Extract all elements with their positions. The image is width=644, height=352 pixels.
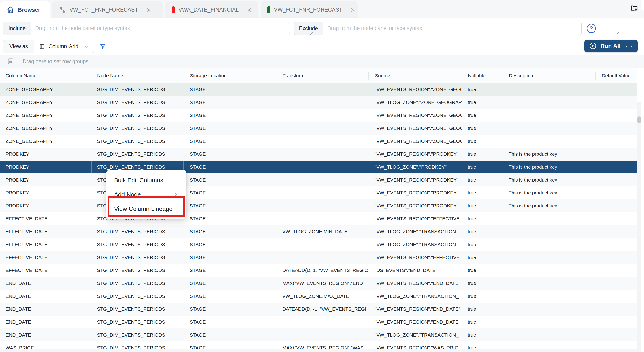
cell-nullable[interactable]: true <box>462 109 503 122</box>
table-row[interactable]: END_DATE STG_DIM_EVENTS_PERIODS STAGE DA… <box>0 303 636 316</box>
cell-transform[interactable] <box>276 148 368 161</box>
table-row[interactable]: EFFECTIVE_DATE STG_DIM_EVENTS_PERIODS ST… <box>0 238 636 251</box>
cell-node-name[interactable]: STG_DIM_EVENTS_PERIODS <box>91 316 184 329</box>
cell-nullable[interactable]: true <box>462 238 503 251</box>
table-row[interactable]: END_DATE STG_DIM_EVENTS_PERIODS STAGE VW… <box>0 290 636 303</box>
column-header-description[interactable]: Description <box>503 71 596 80</box>
cell-column-name[interactable]: EFFECTIVE_DATE <box>0 264 91 277</box>
cell-transform[interactable] <box>276 251 368 264</box>
cell-storage-location[interactable]: STAGE <box>184 199 276 212</box>
more-options-icon[interactable]: ··· <box>624 42 633 50</box>
cell-storage-location[interactable]: STAGE <box>184 109 276 122</box>
cell-nullable[interactable]: true <box>462 96 503 109</box>
cell-source[interactable]: "VW_EVENTS_REGION"."PRODKEY" <box>368 148 462 161</box>
cell-node-name[interactable]: STG_DIM_EVENTS_PERIODS <box>91 303 184 316</box>
cell-default-value[interactable] <box>596 199 636 212</box>
table-row[interactable]: EFFECTIVE_DATE STG_DIM_EVENTS_PERIODS ST… <box>0 264 636 277</box>
exclude-input[interactable] <box>323 22 582 35</box>
column-header-default-value[interactable]: Default Value <box>596 71 636 80</box>
cell-nullable[interactable]: true <box>462 341 503 349</box>
cell-description[interactable]: This is the product key <box>503 199 596 212</box>
cell-description[interactable] <box>503 225 596 238</box>
cell-default-value[interactable] <box>596 135 636 148</box>
column-header-node-name[interactable]: Node Name <box>91 71 184 80</box>
cell-nullable[interactable]: true <box>462 83 503 96</box>
cell-nullable[interactable]: true <box>462 225 503 238</box>
cell-description[interactable] <box>503 135 596 148</box>
cell-column-name[interactable]: PRODKEY <box>0 174 91 186</box>
cell-column-name[interactable]: END_DATE <box>0 329 91 341</box>
column-header-transform[interactable]: Transform <box>276 71 368 80</box>
resize-grip-icon[interactable] <box>617 32 621 35</box>
cell-nullable[interactable]: true <box>462 251 503 264</box>
table-row[interactable]: END_DATE STG_DIM_EVENTS_PERIODS STAGE "V… <box>0 329 636 341</box>
cell-transform[interactable]: DATEADD(D, 1, "VW_EVENTS_REGIO <box>276 264 368 277</box>
cell-node-name[interactable]: STG_DIM_EVENTS_PERIODS <box>91 341 184 349</box>
tab-vw-fct-fnr-forecast-2[interactable]: VW_FCT_FNR_FORECAST <box>261 1 358 18</box>
table-row[interactable]: PRODKEY STG_DIM_EVENTS_PERIODS STAGE "VW… <box>0 161 636 174</box>
cell-column-name[interactable]: END_DATE <box>0 316 91 329</box>
table-row[interactable]: PRODKEY STG_DIM_EVENTS_PERIODS STAGE "VW… <box>0 174 636 186</box>
cell-nullable[interactable]: true <box>462 199 503 212</box>
cell-default-value[interactable] <box>596 277 636 290</box>
cell-column-name[interactable]: ZONE_GEOGRAPHY <box>0 96 91 109</box>
table-row[interactable]: EFFECTIVE_DATE STG_DIM_EVENTS_PERIODS ST… <box>0 212 636 225</box>
column-header-source[interactable]: Source <box>368 71 462 80</box>
column-header-nullable[interactable]: Nullable <box>462 71 503 80</box>
cell-storage-location[interactable]: STAGE <box>184 96 276 109</box>
cell-default-value[interactable] <box>596 186 636 199</box>
close-icon[interactable] <box>146 7 152 13</box>
menu-item-bulk-edit-columns[interactable]: Bulk Edit Columns <box>106 173 186 187</box>
cell-node-name[interactable]: STG_DIM_EVENTS_PERIODS <box>91 329 184 341</box>
row-groups-bar[interactable]: Drag here to set row groups <box>0 55 644 68</box>
cell-default-value[interactable] <box>596 96 636 109</box>
tab-vw-fct-fnr-forecast-1[interactable]: VW_FCT_FNR_FORECAST <box>52 1 163 18</box>
cell-source[interactable]: "DS_EVENTS"."END_DATE" <box>368 264 462 277</box>
include-input[interactable] <box>31 22 290 35</box>
cell-node-name[interactable]: STG_DIM_EVENTS_PERIODS <box>91 96 184 109</box>
cell-transform[interactable]: MAX("VW_EVENTS_REGION"."END_ <box>276 277 368 290</box>
cell-storage-location[interactable]: STAGE <box>184 83 276 96</box>
table-row[interactable]: PRODKEY STG_DIM_EVENTS_PERIODS STAGE "VW… <box>0 199 636 212</box>
table-row[interactable]: END_DATE STG_DIM_EVENTS_PERIODS STAGE MA… <box>0 277 636 290</box>
cell-transform[interactable] <box>276 161 368 174</box>
cell-column-name[interactable]: ZONE_GEOGRAPHY <box>0 135 91 148</box>
cell-description[interactable] <box>503 212 596 225</box>
cell-column-name[interactable]: ZONE_GEOGRAPHY <box>0 109 91 122</box>
cell-node-name[interactable]: STG_DIM_EVENTS_PERIODS <box>91 264 184 277</box>
cell-source[interactable]: "VW_TLOG_ZONE"."TRANSACTION_ <box>368 238 462 251</box>
cell-source[interactable]: "VW_EVENTS_REGION"."ZONE_GEOG <box>368 83 462 96</box>
vertical-scrollbar-thumb[interactable] <box>637 117 641 123</box>
table-row[interactable]: WAS_PRICE STG_DIM_EVENTS_PERIODS STAGE M… <box>0 341 636 349</box>
cell-column-name[interactable]: ZONE_GEOGRAPHY <box>0 83 91 96</box>
cell-node-name[interactable]: STG_DIM_EVENTS_PERIODS <box>91 290 184 303</box>
cell-nullable[interactable]: true <box>462 186 503 199</box>
table-row[interactable]: ZONE_GEOGRAPHY STG_DIM_EVENTS_PERIODS ST… <box>0 122 636 135</box>
cell-nullable[interactable]: true <box>462 174 503 186</box>
cell-transform[interactable] <box>276 212 368 225</box>
cell-source[interactable]: "VW_TLOG_ZONE"."PRODKEY" <box>368 161 462 174</box>
menu-item-view-column-lineage[interactable]: View Column Lineage <box>106 202 186 216</box>
table-row[interactable]: EFFECTIVE_DATE STG_DIM_EVENTS_PERIODS ST… <box>0 225 636 238</box>
cell-source[interactable]: "VW_EVENTS_REGION"."EFFECTIVE <box>368 212 462 225</box>
cell-description[interactable] <box>503 303 596 316</box>
cell-nullable[interactable]: true <box>462 264 503 277</box>
cell-description[interactable] <box>503 316 596 329</box>
cell-transform[interactable] <box>276 135 368 148</box>
cell-column-name[interactable]: END_DATE <box>0 277 91 290</box>
cell-nullable[interactable]: true <box>462 135 503 148</box>
funnel-icon[interactable] <box>99 43 106 50</box>
cell-node-name[interactable]: STG_DIM_EVENTS_PERIODS <box>91 277 184 290</box>
cell-default-value[interactable] <box>596 109 636 122</box>
cell-transform[interactable] <box>276 199 368 212</box>
cell-storage-location[interactable]: STAGE <box>184 316 276 329</box>
cell-description[interactable]: This is the product key <box>503 161 596 174</box>
cell-transform[interactable] <box>276 238 368 251</box>
cell-node-name[interactable]: STG_DIM_EVENTS_PERIODS <box>91 238 184 251</box>
cell-default-value[interactable] <box>596 225 636 238</box>
cell-column-name[interactable]: END_DATE <box>0 303 91 316</box>
table-row[interactable]: END_DATE STG_DIM_EVENTS_PERIODS STAGE "V… <box>0 316 636 329</box>
cell-source[interactable]: "VW_EVENTS_REGION"."END_DATE <box>368 316 462 329</box>
cell-description[interactable] <box>503 122 596 135</box>
cell-source[interactable]: "VW_EVENTS_REGION"."PRODKEY" <box>368 174 462 186</box>
